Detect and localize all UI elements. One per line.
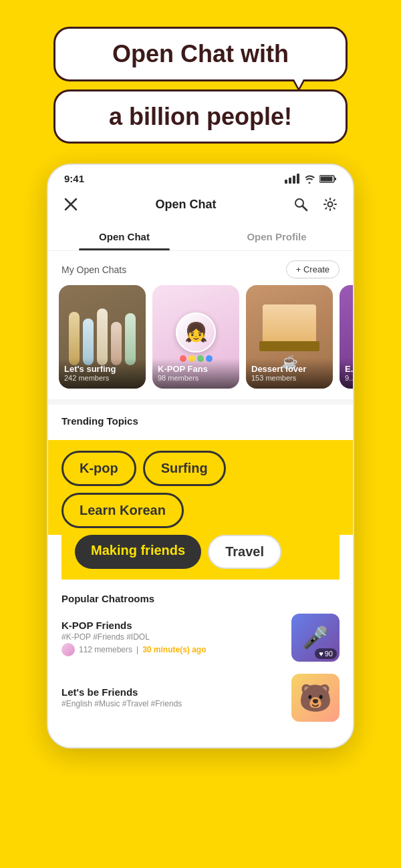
battery-icon	[319, 174, 337, 184]
svg-line-6	[303, 206, 307, 210]
header-actions	[291, 195, 340, 214]
popular-item-friends[interactable]: Let's be Friends #English #Music #Travel…	[61, 674, 340, 722]
trending-title: Trending Topics	[61, 415, 340, 427]
chat-card-surfing[interactable]: Let's surfing 242 members	[59, 285, 146, 389]
member-avatar	[61, 643, 75, 656]
card-title: E...	[345, 364, 353, 374]
close-button[interactable]	[61, 195, 80, 214]
card-members: 242 members	[64, 374, 140, 382]
chat-item-tags: #English #Music #Travel #Friends	[61, 699, 283, 708]
phone-wrapper: 9:41	[0, 164, 401, 748]
chat-cards-row[interactable]: Let's surfing 242 members 👧	[48, 285, 353, 399]
chat-item-info: K-POP Friends #K-POP #Friends #IDOL 112 …	[61, 620, 283, 656]
card-overlay: K-POP Fans 98 members	[152, 359, 239, 389]
time-ago: 30 minute(s) ago	[142, 645, 206, 654]
header-title: Open Chat	[155, 198, 216, 212]
card-members: 9...	[345, 374, 353, 382]
card-title: Dessert lover	[251, 364, 327, 374]
card-members: 153 members	[251, 374, 327, 382]
card-overlay: E... 9...	[340, 359, 353, 389]
my-open-chats-header: My Open Chats + Create	[48, 251, 353, 285]
tags-row2: Making friends Travel	[48, 535, 353, 580]
speech-bubble-1: Open Chat with	[53, 27, 348, 81]
status-time: 9:41	[64, 173, 84, 184]
member-count: 112 memebers	[79, 645, 132, 654]
card-members: 98 members	[158, 374, 234, 382]
tags-area: K-pop Surfing Learn Korean	[48, 440, 353, 535]
hero-section: Open Chat with a billion people!	[0, 0, 401, 157]
card-overlay: Dessert lover 153 members	[246, 359, 333, 389]
app-header: Open Chat	[48, 188, 353, 223]
popular-title: Popular Chatrooms	[61, 593, 340, 604]
section-label: My Open Chats	[61, 264, 126, 275]
create-button[interactable]: + Create	[286, 260, 340, 278]
popular-item-kpop[interactable]: K-POP Friends #K-POP #Friends #IDOL 112 …	[61, 614, 340, 662]
chat-item-info: Let's be Friends #English #Music #Travel…	[61, 686, 283, 710]
tab-open-profile[interactable]: Open Profile	[200, 223, 353, 250]
heart-badge: ♥ 90	[315, 648, 337, 659]
chat-item-name: Let's be Friends	[61, 686, 283, 698]
status-icons	[285, 174, 337, 184]
svg-rect-2	[335, 178, 337, 180]
chat-thumb-kpop: 🎤 ♥ 90	[291, 614, 340, 662]
card-overlay: Let's surfing 242 members	[59, 359, 146, 389]
tab-open-chat[interactable]: Open Chat	[48, 223, 200, 250]
signal-icon	[285, 174, 299, 184]
svg-rect-1	[321, 176, 333, 181]
chat-item-tags: #K-POP #Friends #IDOL	[61, 632, 283, 642]
chat-card-dessert[interactable]: ☕ Dessert lover 153 members	[246, 285, 333, 389]
speech-bubble-2: a billion people!	[53, 89, 348, 144]
phone-mockup: 9:41	[47, 164, 354, 748]
hero-line1: Open Chat with	[82, 41, 319, 67]
status-bar: 9:41	[48, 165, 353, 188]
tab-bar: Open Chat Open Profile	[48, 223, 353, 251]
trending-section: Trending Topics	[48, 399, 353, 440]
tag-surfing[interactable]: Surfing	[143, 451, 226, 486]
chat-item-name: K-POP Friends	[61, 620, 283, 631]
wifi-icon	[303, 174, 315, 184]
chat-card-kpop[interactable]: 👧 K-POP Fans 98 members	[152, 285, 239, 389]
chat-item-meta: 112 memebers | 30 minute(s) ago	[61, 643, 283, 656]
tag-kpop[interactable]: K-pop	[61, 451, 136, 486]
chat-card-music[interactable]: 🎵 E... 9...	[340, 285, 353, 389]
popular-section: Popular Chatrooms K-POP Friends #K-POP #…	[48, 580, 353, 747]
search-button[interactable]	[291, 195, 310, 214]
chat-thumb-bear: 🐻	[291, 674, 340, 722]
svg-point-7	[327, 202, 332, 207]
card-title: Let's surfing	[64, 364, 140, 374]
card-title: K-POP Fans	[158, 364, 234, 374]
tag-travel[interactable]: Travel	[208, 535, 281, 569]
tag-learn-korean[interactable]: Learn Korean	[61, 493, 184, 528]
tag-making-friends[interactable]: Making friends	[75, 535, 201, 569]
hero-line2: a billion people!	[82, 103, 319, 130]
settings-button[interactable]	[321, 195, 340, 214]
